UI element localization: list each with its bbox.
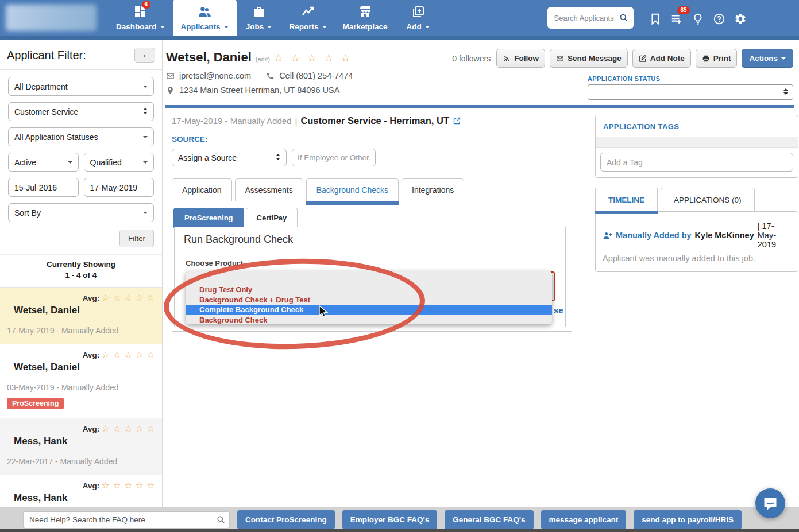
applicant-name[interactable]: Wetsel, Daniel [14, 305, 155, 316]
caret-down-icon [143, 136, 148, 141]
employee-or-other-input[interactable] [292, 149, 376, 166]
search-icon[interactable] [217, 515, 225, 524]
rating-stars-icon[interactable]: ☆ ☆ ☆ ☆ ☆ [102, 480, 155, 490]
run-background-check-box: Run Background Check Choose Product Drug… [174, 227, 566, 327]
caret-down-icon [68, 161, 72, 166]
nav-applicants[interactable]: Applicants [173, 0, 237, 36]
sidebar-title: Applicant Filter: [7, 49, 86, 62]
location-pin-icon [166, 86, 175, 95]
task-list-add-icon[interactable]: 85 [670, 13, 683, 25]
marketplace-icon [358, 5, 372, 21]
date-to-field[interactable] [84, 178, 155, 197]
job-title[interactable]: Customer Service - Herriman, UT [300, 115, 449, 126]
tab-assessments[interactable]: Assessments [235, 178, 303, 201]
applicant-list-item[interactable]: Avg: ☆ ☆ ☆ ☆ ☆ Mess, Hank 15-Jul-2016 - … [0, 475, 162, 507]
rss-icon [503, 55, 511, 63]
menu-option-drug-test-only[interactable]: Drug Test Only [186, 285, 552, 295]
employer-bgc-faqs-button[interactable]: Employer BGC FAQ's [342, 510, 438, 529]
tab-application[interactable]: Application [172, 178, 232, 201]
menu-option-bgc-plus-drug-test[interactable]: Background Check + Drug Test [186, 295, 552, 305]
nav-dashboard[interactable]: 6 Dashboard [108, 0, 173, 36]
add-tag-input[interactable] [600, 153, 793, 172]
tab-integrations[interactable]: Integrations [402, 178, 464, 201]
application-status-label: APPLICATION STATUS [588, 75, 793, 82]
search-icon[interactable] [619, 13, 628, 22]
filter-button[interactable]: Filter [119, 230, 154, 247]
date-to-input[interactable] [90, 183, 148, 192]
department-select[interactable]: All Department [8, 77, 154, 96]
job-select[interactable]: Customer Service [8, 102, 154, 121]
send-message-button[interactable]: Send Message [550, 49, 628, 68]
help-footer: Contact ProScreening Employer BGC FAQ's … [0, 507, 799, 532]
subtab-proscreening[interactable]: ProScreening [173, 208, 244, 228]
caret-down-icon [143, 86, 148, 90]
applicant-address: 1234 Main Street Herriman, UT 84096 USA [179, 86, 339, 95]
date-from-field[interactable] [8, 178, 79, 197]
application-tags-card: APPLICATION TAGS [595, 115, 798, 178]
application-status-select[interactable] [588, 84, 793, 100]
timeline-description: Applicant was manually added to this job… [603, 254, 791, 263]
actions-button[interactable]: Actions [742, 49, 793, 68]
application-tags-title: APPLICATION TAGS [596, 115, 798, 137]
external-link-icon[interactable] [453, 117, 461, 125]
contact-proscreening-button[interactable]: Contact ProScreening [237, 510, 335, 529]
email-icon [166, 72, 175, 80]
printer-icon [702, 55, 710, 63]
applicant-list-item[interactable]: Avg: ☆ ☆ ☆ ☆ ☆ Wetsel, Daniel 17-May-201… [0, 287, 162, 344]
menu-option-background-check[interactable]: Background Check [186, 315, 552, 325]
window-bottom-edge [0, 529, 799, 532]
edit-link[interactable]: (edit) [256, 56, 270, 63]
avg-label: Avg: [83, 294, 100, 302]
faq-search-input[interactable] [23, 511, 230, 529]
collapse-sidebar-button[interactable]: ‹ [134, 48, 155, 63]
reports-icon [301, 5, 315, 21]
bookmark-icon[interactable] [649, 13, 662, 25]
application-status-filter-select[interactable]: All Application Statuses [8, 127, 154, 146]
lightbulb-icon[interactable] [692, 13, 704, 25]
nav-reports[interactable]: Reports [281, 0, 335, 36]
nav-marketplace[interactable]: Marketplace [335, 0, 396, 36]
add-icon [411, 5, 425, 21]
rating-stars-icon[interactable]: ☆ ☆ ☆ ☆ ☆ [102, 350, 155, 359]
nav-add[interactable]: Add [396, 0, 441, 36]
message-applicant-button[interactable]: message applicant [541, 510, 627, 529]
send-app-to-payroll-button[interactable]: send app to payroll/HRIS [634, 510, 742, 529]
obscured-text-fragment: se [554, 305, 563, 315]
applicant-name[interactable]: Mess, Hank [14, 436, 155, 447]
chat-launcher-button[interactable] [755, 488, 785, 518]
tab-timeline[interactable]: TIMELINE [595, 188, 658, 212]
general-bgc-faqs-button[interactable]: General BGC FAQ's [445, 510, 533, 529]
person-add-icon [603, 231, 612, 240]
app-logo [6, 5, 97, 31]
background-checks-panel: ProScreening CertiPay Run Background Che… [172, 201, 572, 332]
rating-stars-icon[interactable]: ☆ ☆ ☆ ☆ ☆ [102, 424, 155, 433]
tab-applications[interactable]: APPLICATIONS (0) [661, 188, 755, 212]
applicant-name[interactable]: Mess, Hank [14, 492, 155, 504]
applicant-phone: Cell (801) 254-7474 [279, 71, 353, 80]
applicant-email[interactable]: jpretsel@none.com [179, 71, 251, 80]
help-icon[interactable] [713, 13, 725, 25]
settings-gear-icon[interactable] [734, 13, 747, 25]
date-from-input[interactable] [14, 183, 72, 192]
menu-option-complete-background-check[interactable]: Complete Background Check [186, 305, 552, 315]
applicant-list-item[interactable]: Avg: ☆ ☆ ☆ ☆ ☆ Mess, Hank 22-Mar-2017 - … [0, 418, 162, 475]
assign-source-select[interactable]: Assign a Source [172, 149, 287, 166]
subtab-certipay[interactable]: CertiPay [246, 208, 298, 228]
qualified-select[interactable]: Qualified [84, 153, 155, 172]
caret-down-icon [322, 26, 327, 30]
page-title-applicant-name: Wetsel, Daniel [166, 50, 252, 65]
sort-by-select[interactable]: Sort By [8, 203, 154, 222]
rating-stars-icon[interactable]: ☆ ☆ ☆ ☆ ☆ [102, 293, 155, 302]
divider [183, 251, 557, 251]
tab-background-checks[interactable]: Background Checks [306, 178, 399, 201]
follow-button[interactable]: Follow [496, 49, 545, 68]
add-note-button[interactable]: Add Note [632, 49, 691, 68]
rating-stars-icon[interactable]: ☆ ☆ ☆ ☆ ☆ [274, 52, 353, 64]
print-button[interactable]: Print [696, 49, 738, 68]
application-meta: 17-May-2019 - Manually Added [172, 116, 291, 126]
nav-jobs[interactable]: Jobs [237, 0, 281, 36]
chat-bubble-icon [763, 496, 778, 511]
active-select[interactable]: Active [8, 153, 79, 172]
applicant-name[interactable]: Wetsel, Daniel [14, 362, 155, 373]
applicant-list-item[interactable]: Avg: ☆ ☆ ☆ ☆ ☆ Wetsel, Daniel 03-May-201… [0, 344, 162, 418]
